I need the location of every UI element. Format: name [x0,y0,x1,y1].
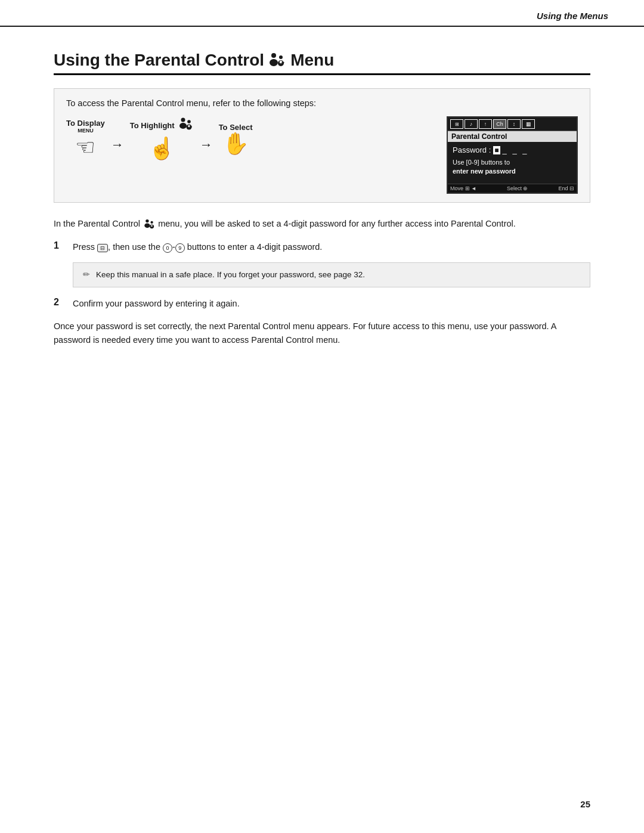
tv-icon-1: ⊞ [450,119,463,129]
step-highlight: To Highlight [130,116,194,161]
tv-icon-3: ↑ [479,119,492,129]
svg-point-0 [271,53,276,58]
tv-icon-4: Ch [493,119,506,129]
step-highlight-label: To Highlight [130,121,175,130]
header-bar: Using the Menus [0,0,644,27]
header-title: Using the Menus [537,11,608,21]
tv-bottom-bar: Move ⊞ ◄ Select ⊕ End ⊟ [448,184,577,193]
svg-point-9 [179,123,187,129]
highlight-icon [177,116,194,135]
step-select: To Select ✋ [219,123,253,154]
closing-paragraph: Once your password is set correctly, the… [54,320,590,347]
step-2-number: 2 [54,297,64,308]
tv-password-label: Password : [453,145,491,154]
svg-rect-7 [283,63,283,64]
body-paragraph: In the Parental Control menu, you will b… [54,217,590,231]
hand-highlight-icon: ☝ [148,136,175,161]
svg-point-10 [187,120,191,123]
note-box: ✏ Keep this manual in a safe place. If y… [73,262,590,287]
tv-move-label: Move ⊞ ◄ [450,185,476,191]
svg-rect-22 [153,227,154,227]
step-1-text: Press ⊟, then use the 0-9 buttons to ent… [73,240,322,254]
steps-left: To Display MENU ☜ → To Highlight [66,116,447,161]
numbered-step-2: 2 Confirm your password by entering it a… [54,297,590,311]
parental-control-icon [268,51,287,69]
svg-point-8 [181,118,185,122]
svg-rect-23 [153,227,153,227]
tv-instruction-1: Use [0-9] buttons to enter new password [453,158,572,176]
page-title-suffix: Menu [290,51,334,70]
step-1-number: 1 [54,240,64,251]
numbered-step-1: 1 Press ⊟, then use the 0-9 buttons to e… [54,240,590,254]
instruction-box: To access the Parental Control menu, ref… [54,88,590,203]
step-display: To Display MENU ☜ [66,119,105,159]
tv-end-label: End ⊟ [558,185,574,191]
tv-icon-5: ↕ [507,119,521,129]
svg-rect-14 [191,127,191,128]
tv-select-label: Select ⊕ [507,185,528,191]
step-select-label: To Select [219,123,253,132]
btn-0: 0 [163,243,172,253]
hand-select-icon: ✋ [222,133,249,154]
page-container: Using the Menus Using the Parental Contr… [0,0,644,833]
step-2-text: Confirm your password by entering it aga… [73,297,240,311]
btn-9: 9 [175,243,185,253]
svg-point-18 [151,221,153,224]
svg-rect-21 [153,226,154,227]
tv-icon-6: ▦ [522,119,535,129]
svg-point-1 [270,59,278,66]
tv-icon-2: ♪ [465,119,478,129]
page-title-prefix: Using the Parental Control [54,51,264,70]
tv-password-blanks: _ _ _ [503,145,529,154]
svg-rect-5 [282,62,284,63]
svg-point-16 [145,219,148,222]
arrow-1: → [111,137,124,153]
svg-rect-6 [283,63,284,64]
tv-screen: ⊞ ♪ ↑ Ch ↕ ▦ Parental Control Password :… [447,116,578,194]
instruction-intro: To access the Parental Control menu, ref… [66,98,578,108]
note-icon: ✏ [83,270,90,279]
remote-btn-1: ⊟ [97,244,108,252]
page-number: 25 [580,799,590,809]
menu-label: MENU [78,128,94,134]
arrow-2: → [200,137,213,153]
tv-title-bar: Parental Control [448,131,577,142]
main-content: Using the Parental Control Menu [0,27,644,392]
svg-rect-15 [190,127,191,128]
svg-point-2 [279,55,283,59]
tv-password-row: Password : ■ _ _ _ [453,145,572,154]
svg-rect-13 [190,126,192,127]
hand-menu-icon: ☜ [75,136,95,159]
tv-cursor: ■ [493,146,500,154]
tv-top-bar: ⊞ ♪ ↑ Ch ↕ ▦ [448,117,577,131]
page-title: Using the Parental Control Menu [54,51,590,75]
tv-body: Password : ■ _ _ _ Use [0-9] buttons to … [448,142,577,184]
note-text: Keep this manual in a safe place. If you… [96,269,365,281]
steps-row: To Display MENU ☜ → To Highlight [66,116,578,194]
svg-point-17 [144,223,150,228]
step-display-label: To Display [66,119,105,128]
